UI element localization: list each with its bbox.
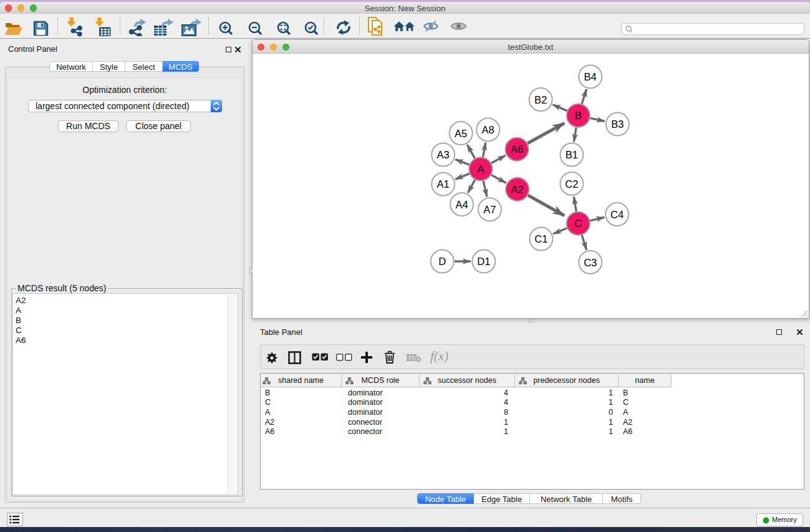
svg-text:A4: A4 xyxy=(455,199,468,210)
svg-text:C2: C2 xyxy=(565,178,578,190)
svg-text:D: D xyxy=(438,256,446,267)
svg-text:C: C xyxy=(574,218,582,229)
svg-text:B4: B4 xyxy=(584,71,597,82)
svg-text:A5: A5 xyxy=(455,128,467,139)
svg-text:A2: A2 xyxy=(511,184,524,195)
svg-text:D1: D1 xyxy=(477,256,490,267)
svg-text:B3: B3 xyxy=(611,118,624,130)
svg-text:A1: A1 xyxy=(437,178,450,190)
svg-text:C1: C1 xyxy=(534,233,547,244)
svg-text:C3: C3 xyxy=(584,257,597,268)
svg-text:A3: A3 xyxy=(437,149,450,160)
svg-text:A6: A6 xyxy=(511,143,523,155)
svg-text:A: A xyxy=(477,163,484,175)
svg-text:B2: B2 xyxy=(534,94,547,105)
svg-text:B: B xyxy=(575,110,582,121)
svg-text:A8: A8 xyxy=(482,124,494,135)
svg-text:B1: B1 xyxy=(566,149,578,160)
svg-text:A7: A7 xyxy=(483,204,496,215)
svg-text:C4: C4 xyxy=(610,209,624,220)
